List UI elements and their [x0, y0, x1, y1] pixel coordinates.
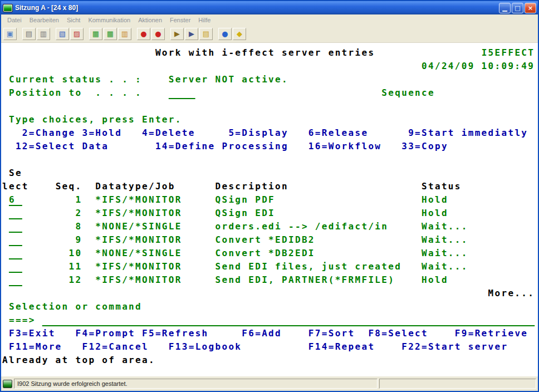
position-to-input[interactable]: [169, 87, 195, 98]
terminal-space: [2, 221, 9, 232]
terminal-text: F7=Sort: [308, 328, 355, 339]
terminal-text: QSign EDI: [215, 208, 276, 218]
paste-icon[interactable]: ▥: [37, 28, 50, 40]
terminal-space: [2, 261, 9, 272]
terminal-space: [2, 248, 9, 258]
terminal-text: Work with i-effect server entries: [155, 47, 375, 58]
select-input[interactable]: [9, 275, 22, 285]
connection-status-icon: [3, 380, 12, 388]
close-button[interactable]: ×: [525, 3, 536, 13]
minimize-button[interactable]: ▁: [499, 3, 511, 13]
terminal-text: *NONE/*SINGLE: [95, 221, 182, 232]
terminal-space: [368, 128, 408, 138]
run-program-icon[interactable]: ▶: [185, 28, 198, 40]
terminal-text: Send EDI, PARTNER(*FRMFILE): [215, 275, 395, 285]
select-input[interactable]: [9, 261, 22, 272]
terminal-text: 12=Select Data: [16, 141, 109, 151]
status-bar: I902 Sitzung wurde erfolgreich gestartet…: [1, 376, 538, 391]
menu-sicht[interactable]: Sicht: [63, 16, 84, 24]
terminal-space: [182, 221, 215, 232]
menu-bar: DateiBearbeitenSichtKommunikationAktione…: [1, 14, 538, 25]
terminal-space: [2, 208, 9, 218]
terminal-space: [381, 141, 401, 151]
receive-file-icon[interactable]: ▨: [70, 28, 84, 40]
terminal-text: Wait...: [422, 261, 468, 272]
display-setup-icon[interactable]: ▦: [89, 28, 102, 40]
terminal-space: [428, 328, 455, 339]
title-bar[interactable]: Sitzung A - [24 x 80] ▁□×: [1, 1, 538, 14]
command-input[interactable]: [42, 315, 535, 325]
terminal-text: Selection or command: [9, 301, 142, 312]
send-file-icon[interactable]: ▧: [56, 28, 69, 40]
terminal-screen[interactable]: Work with i-effect server entries I5EFFE…: [1, 43, 538, 376]
terminal-text: 1: [75, 194, 82, 205]
terminal-text: Send EDI files, just created: [215, 261, 402, 272]
terminal-space: [2, 74, 9, 85]
keypad-icon[interactable]: ◆: [233, 28, 246, 40]
jump-session-icon[interactable]: ▦: [104, 28, 117, 40]
select-input[interactable]: [9, 221, 22, 232]
window-controls: ▁□×: [499, 3, 536, 13]
terminal-space: [62, 341, 82, 352]
terminal-space: [182, 194, 215, 205]
terminal-space: [22, 221, 76, 232]
menu-kommunikation[interactable]: Kommunikation: [84, 16, 134, 24]
terminal-space: [2, 315, 9, 325]
stop-macro-icon[interactable]: ●: [151, 28, 165, 40]
menu-datei[interactable]: Datei: [3, 16, 26, 24]
terminal-space: [82, 261, 95, 272]
terminal-text: 04/24/09: [422, 61, 475, 71]
new-session-icon[interactable]: ▣: [3, 28, 17, 40]
copy-icon[interactable]: ▤: [22, 28, 36, 40]
select-input[interactable]: [9, 234, 22, 245]
terminal-text: Position to . . . .: [9, 87, 142, 98]
graph-icon[interactable]: ▥: [118, 28, 131, 40]
terminal-text: Wait...: [422, 234, 468, 245]
terminal-space: [2, 47, 155, 58]
terminal-space: [2, 288, 488, 298]
select-input[interactable]: [9, 248, 22, 258]
terminal-space: [275, 208, 422, 218]
menu-fenster[interactable]: Fenster: [166, 16, 194, 24]
terminal-text: ===>: [9, 315, 36, 325]
maximize-button[interactable]: □: [512, 3, 523, 13]
terminal-space: [275, 194, 422, 205]
terminal-space: [182, 275, 215, 285]
terminal-text: F3=Exit: [9, 328, 56, 339]
terminal-text: F5=Refresh: [142, 328, 209, 339]
terminal-space: [2, 328, 9, 339]
terminal-text: Status: [422, 181, 462, 192]
terminal-space: [149, 341, 169, 352]
terminal-text: 12: [69, 275, 82, 285]
terminal-text: Type choices, press Enter.: [9, 114, 182, 125]
terminal-space: [82, 208, 95, 218]
select-input[interactable]: 6: [9, 194, 22, 205]
terminal-text: QSign PDF: [215, 194, 276, 205]
record-macro-icon[interactable]: ●: [137, 28, 150, 40]
terminal-text: Wait...: [422, 248, 468, 258]
menu-bearbeiten[interactable]: Bearbeiten: [26, 16, 63, 24]
terminal-space: [282, 328, 308, 339]
terminal-space: [2, 114, 9, 125]
notepad-icon[interactable]: ▤: [199, 28, 213, 40]
play-macro-icon[interactable]: ▶: [170, 28, 184, 40]
web-browser-icon[interactable]: ●: [218, 28, 232, 40]
terminal-space: [22, 248, 69, 258]
terminal-text: Se: [9, 168, 22, 178]
terminal-space: [109, 141, 155, 151]
terminal-text: 9=Start immediatly: [408, 128, 528, 138]
terminal-space: [182, 234, 215, 245]
terminal-text: Hold: [422, 208, 448, 218]
select-input[interactable]: [9, 208, 22, 218]
terminal-text: 10:09:49: [482, 61, 535, 71]
terminal-space: [195, 128, 229, 138]
terminal-space: [388, 221, 422, 232]
status-panel-right: [379, 379, 536, 389]
terminal-text: F13=Logbook: [169, 341, 242, 352]
menu-hilfe[interactable]: Hilfe: [194, 16, 214, 24]
terminal-space: [75, 128, 82, 138]
terminal-space: [56, 328, 76, 339]
terminal-text: F9=Retrieve: [455, 328, 528, 339]
terminal-text: Description: [215, 181, 288, 192]
menu-aktionen[interactable]: Aktionen: [134, 16, 166, 24]
